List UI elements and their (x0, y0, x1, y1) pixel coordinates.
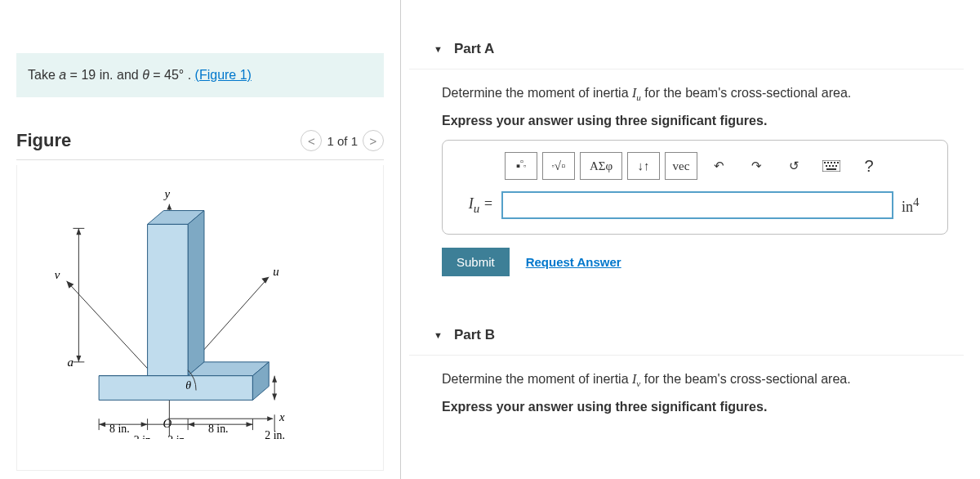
figure-header: Figure < 1 of 1 > (16, 122, 384, 160)
help-button[interactable]: ? (853, 152, 885, 180)
figure-nav-label: 1 of 1 (327, 134, 358, 148)
figure-next-button[interactable]: > (363, 130, 384, 151)
svg-marker-18 (76, 356, 81, 362)
part-b-sigfig: Express your answer using three signific… (409, 400, 964, 414)
vec-button[interactable]: vec (665, 152, 697, 180)
axis-y-label: y (163, 187, 170, 200)
updown-button[interactable]: ↓↑ (627, 152, 660, 180)
svg-marker-31 (272, 394, 277, 401)
part-a-title: Part A (454, 41, 494, 57)
svg-rect-38 (837, 162, 839, 163)
answer-input[interactable] (501, 191, 893, 219)
left-panel: Take a = 19 in. and θ = 45° . (Figure 1)… (0, 0, 400, 479)
axis-v-label: v (55, 268, 60, 281)
figure-nav: < 1 of 1 > (301, 130, 384, 151)
redo-button[interactable]: ↷ (740, 152, 773, 180)
svg-marker-5 (261, 277, 269, 284)
reset-button[interactable]: ↺ (777, 152, 810, 180)
undo-button[interactable]: ↶ (702, 152, 735, 180)
svg-marker-30 (272, 376, 277, 383)
svg-rect-34 (824, 162, 826, 163)
part-a-header[interactable]: ▼ Part A (409, 25, 964, 69)
answer-input-row: Iu = in4 (456, 191, 934, 219)
part-a-answer-box: ▪▫▫ ▫√▫ ΑΣφ ↓↑ vec ↶ ↷ ↺ ? Iu = in4 (442, 140, 948, 235)
dim-8in-a: 8 in. (109, 423, 130, 435)
part-a-actions: Submit Request Answer (442, 248, 964, 276)
dim-2in-b: 2 in. (167, 434, 188, 439)
axis-u-label: u (273, 265, 278, 278)
instruction-box: Take a = 19 in. and θ = 45° . (Figure 1) (16, 53, 384, 97)
submit-button[interactable]: Submit (442, 248, 510, 276)
svg-rect-35 (827, 162, 829, 163)
dim-a-label: a (67, 356, 73, 369)
svg-marker-28 (246, 422, 252, 427)
svg-marker-10 (148, 224, 189, 375)
svg-marker-26 (141, 422, 148, 427)
keyboard-button[interactable] (815, 152, 848, 180)
answer-toolbar: ▪▫▫ ▫√▫ ΑΣφ ↓↑ vec ↶ ↷ ↺ ? (456, 152, 934, 180)
figure-link[interactable]: (Figure 1) (195, 68, 252, 82)
svg-rect-42 (835, 165, 837, 167)
figure-title: Figure (16, 130, 71, 151)
figure-prev-button[interactable]: < (301, 130, 322, 151)
request-answer-link[interactable]: Request Answer (526, 255, 621, 269)
templates-button[interactable]: ▪▫▫ (505, 152, 537, 180)
sqrt-button[interactable]: ▫√▫ (542, 152, 575, 180)
svg-marker-25 (99, 422, 105, 427)
theta-label: θ (185, 379, 191, 392)
svg-marker-27 (188, 422, 194, 427)
origin-label: O (163, 417, 172, 430)
svg-marker-9 (188, 211, 204, 376)
greek-button[interactable]: ΑΣφ (580, 152, 622, 180)
svg-marker-17 (76, 228, 81, 235)
collapse-icon: ▼ (434, 44, 443, 54)
svg-rect-43 (826, 168, 836, 170)
svg-marker-12 (99, 376, 252, 401)
answer-label: Iu = (456, 195, 493, 216)
right-panel: ▼ Part A Determine the moment of inertia… (400, 0, 980, 479)
svg-rect-39 (826, 165, 827, 167)
part-a-sigfig: Express your answer using three signific… (409, 114, 964, 128)
figure-svg: x y u v a (22, 172, 378, 439)
answer-unit: in4 (902, 195, 934, 216)
svg-rect-37 (834, 162, 835, 163)
svg-rect-40 (829, 165, 831, 167)
axis-x-label: x (278, 410, 285, 423)
svg-rect-41 (832, 165, 834, 167)
part-b-header[interactable]: ▼ Part B (409, 311, 964, 356)
dim-8in-b: 8 in. (208, 423, 229, 435)
dim-2in-a: 2 in. (134, 434, 154, 439)
collapse-icon: ▼ (434, 330, 443, 340)
instr-text: Take a = 19 in. and θ = 45° . (28, 68, 195, 82)
figure-body[interactable]: x y u v a (16, 165, 384, 471)
part-b-question: Determine the moment of inertia Iv for t… (409, 372, 964, 388)
svg-rect-36 (831, 162, 832, 163)
part-a-question: Determine the moment of inertia Iu for t… (409, 86, 964, 102)
svg-marker-1 (267, 416, 273, 421)
part-b-title: Part B (454, 327, 495, 343)
svg-marker-3 (167, 204, 172, 210)
